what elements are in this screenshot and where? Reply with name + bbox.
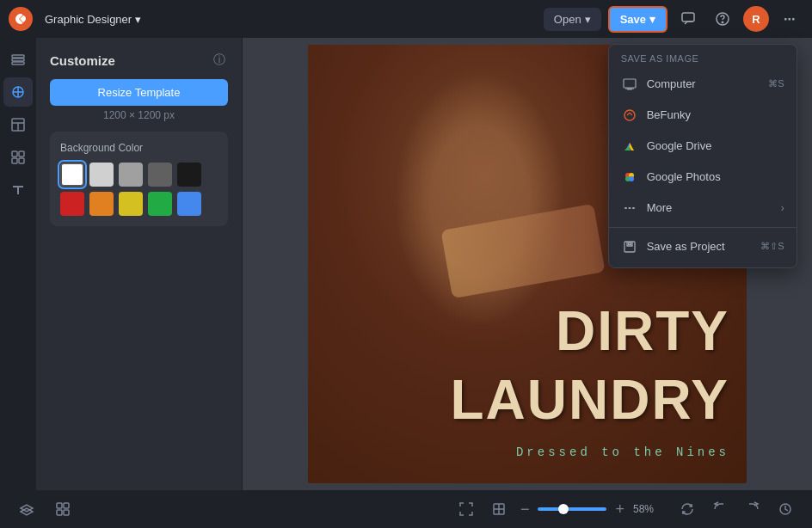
google-photos-label: Google Photos (647, 170, 721, 183)
color-swatch-green[interactable] (148, 192, 172, 216)
svg-rect-24 (12, 58, 24, 61)
svg-rect-0 (624, 79, 636, 88)
more-chevron: › (781, 202, 784, 214)
save-to-google-drive[interactable]: Google Drive (609, 131, 797, 162)
svg-rect-12 (624, 207, 627, 209)
redo-btn[interactable] (740, 498, 766, 520)
google-drive-label: Google Drive (647, 139, 712, 152)
save-project-label: Save as Project (647, 240, 725, 253)
sidebar-elements-btn[interactable] (3, 77, 33, 107)
bottombar: − + 58% (0, 490, 812, 528)
svg-rect-23 (12, 55, 24, 58)
svg-rect-21 (789, 18, 791, 21)
color-swatch-gray[interactable] (119, 163, 143, 187)
save-to-google-photos[interactable]: Google Photos (609, 162, 797, 193)
befunky-label: BeFunky (647, 108, 691, 121)
zoom-thumb (558, 504, 569, 514)
save-btn-wrapper: Save ▾ Save as Image Computer ⌘S (608, 6, 667, 33)
save-to-befunky[interactable]: BeFunky (609, 100, 797, 131)
zoom-value: 58% (633, 503, 664, 515)
svg-rect-39 (64, 510, 69, 515)
save-as-project[interactable]: Save as Project ⌘⇧S (609, 231, 797, 262)
layers-toggle-btn[interactable] (14, 498, 40, 520)
save-more[interactable]: More › (609, 193, 797, 224)
befunky-icon (621, 107, 638, 124)
user-avatar[interactable]: R (743, 6, 769, 32)
sidebar-text-btn[interactable] (3, 175, 33, 205)
svg-rect-32 (12, 151, 17, 157)
app-name-chevron: ▾ (135, 13, 141, 26)
svg-rect-25 (12, 62, 24, 64)
save-label: Save (620, 13, 646, 26)
more-icon (621, 200, 638, 217)
color-swatch-orange[interactable] (89, 192, 114, 216)
color-swatches (60, 163, 218, 216)
more-options-button[interactable] (776, 5, 803, 33)
svg-rect-36 (57, 503, 62, 508)
app-name-label: Graphic Designer (45, 13, 132, 26)
open-button[interactable]: Open ▾ (544, 8, 601, 31)
color-swatch-red[interactable] (60, 192, 84, 216)
bg-color-title: Background Color (60, 142, 218, 154)
customize-header: Customize ⓘ (50, 52, 228, 69)
sidebar-icons (0, 38, 36, 490)
zoom-in-btn[interactable]: + (613, 499, 626, 520)
help-button[interactable] (709, 5, 736, 33)
bg-color-section: Background Color (50, 132, 228, 226)
app-logo[interactable] (9, 7, 33, 31)
actual-size-btn[interactable] (486, 498, 512, 520)
zoom-slider[interactable] (538, 507, 606, 511)
computer-label: Computer (647, 77, 696, 90)
sidebar-graphics-btn[interactable] (3, 143, 33, 172)
topbar: Graphic Designer ▾ Open ▾ Save ▾ Save as… (0, 0, 812, 38)
svg-point-19 (722, 21, 723, 23)
dropdown-divider (609, 227, 797, 228)
svg-rect-20 (784, 18, 787, 21)
google-drive-icon (621, 138, 638, 155)
save-to-computer[interactable]: Computer ⌘S (609, 69, 797, 100)
color-swatch-yellow[interactable] (119, 192, 143, 216)
svg-rect-37 (64, 503, 69, 508)
svg-rect-38 (57, 510, 62, 515)
refresh-btn[interactable] (674, 498, 700, 520)
svg-point-3 (624, 110, 635, 120)
svg-rect-22 (792, 18, 795, 21)
color-swatch-dark-gray[interactable] (148, 163, 172, 187)
google-photos-icon (621, 169, 638, 186)
svg-rect-16 (628, 243, 631, 244)
save-button[interactable]: Save ▾ (608, 6, 667, 33)
save-chevron: ▾ (649, 13, 655, 26)
dimensions-text: 1200 × 1200 px (50, 109, 228, 121)
history-btn[interactable] (772, 498, 798, 520)
open-label: Open (554, 13, 581, 26)
svg-point-11 (629, 176, 634, 181)
save-section-title: Save as Image (609, 50, 797, 69)
undo-btn[interactable] (707, 498, 733, 520)
svg-rect-34 (12, 158, 17, 163)
grid-view-btn[interactable] (50, 498, 76, 520)
svg-rect-17 (682, 13, 694, 21)
sidebar-layers-btn[interactable] (3, 45, 33, 74)
svg-rect-14 (632, 207, 635, 209)
color-swatch-blue[interactable] (177, 192, 201, 216)
open-chevron: ▾ (585, 13, 591, 26)
color-swatch-black[interactable] (177, 163, 201, 187)
save-dropdown: Save as Image Computer ⌘S (608, 44, 797, 268)
info-icon[interactable]: ⓘ (211, 52, 228, 69)
resize-template-button[interactable]: Resize Template (50, 79, 228, 106)
zoom-out-btn[interactable]: − (519, 499, 532, 520)
canvas-text-laundry: LAUNDRY (451, 368, 730, 432)
bottombar-right (674, 498, 798, 520)
color-swatch-white[interactable] (60, 163, 84, 187)
customize-panel: Customize ⓘ Resize Template 1200 × 1200 … (36, 38, 243, 490)
canvas-text-dirty: DIRTY (556, 299, 729, 363)
fit-screen-btn[interactable] (453, 498, 479, 520)
save-project-icon (621, 238, 638, 255)
app-name-button[interactable]: Graphic Designer ▾ (40, 9, 146, 29)
topbar-actions: Open ▾ Save ▾ Save as Image (544, 5, 803, 33)
color-swatch-light-gray[interactable] (89, 163, 114, 187)
sidebar-templates-btn[interactable] (3, 110, 33, 139)
computer-shortcut: ⌘S (768, 78, 784, 89)
comments-button[interactable] (674, 5, 702, 33)
more-label: More (647, 201, 673, 214)
